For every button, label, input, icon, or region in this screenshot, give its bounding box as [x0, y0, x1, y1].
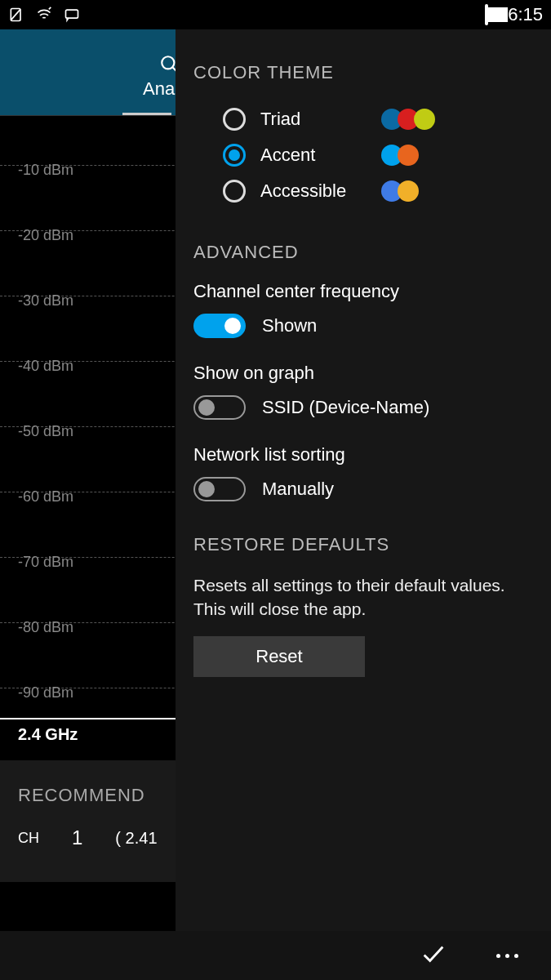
swatches	[381, 109, 435, 130]
freq-value: Shown	[262, 315, 317, 336]
theme-option-accent[interactable]: Accent	[193, 137, 533, 173]
swatches	[381, 180, 419, 202]
bottom-app-bar	[0, 931, 551, 980]
status-bar: 06:15	[0, 0, 551, 29]
grid-label: -80 dBm	[18, 619, 73, 636]
reset-button[interactable]: Reset	[193, 636, 365, 677]
show-graph-label: Show on graph	[193, 363, 533, 384]
freq-toggle[interactable]	[193, 314, 246, 338]
sim-icon	[8, 7, 24, 23]
grid-label: -60 dBm	[18, 488, 73, 506]
grid-label: -40 dBm	[18, 358, 73, 375]
svg-rect-2	[66, 10, 78, 18]
radio-icon	[223, 144, 246, 167]
svg-point-3	[162, 56, 174, 69]
recommend-freq: ( 2.41	[115, 829, 157, 848]
grid-label: -90 dBm	[18, 684, 73, 702]
grid-label: -20 dBm	[18, 227, 73, 244]
band-label: 2.4 GHz	[18, 725, 78, 744]
sort-toggle[interactable]	[193, 477, 246, 501]
recommend-ch-value: 1	[72, 826, 82, 849]
message-icon	[64, 7, 80, 23]
tab-analyze[interactable]: Ana	[143, 78, 175, 100]
theme-label: Accessible	[260, 180, 367, 202]
freq-label: Channel center frequency	[193, 281, 533, 302]
swatches	[381, 145, 419, 166]
radio-icon	[223, 180, 246, 203]
grid-label: -50 dBm	[18, 423, 73, 440]
grid-label: -70 dBm	[18, 554, 73, 571]
radio-icon	[223, 108, 246, 131]
theme-option-triad[interactable]: Triad	[193, 101, 533, 137]
battery-icon	[485, 6, 488, 24]
show-graph-value: SSID (Device-Name)	[262, 397, 429, 418]
sort-value: Manually	[262, 479, 334, 500]
wifi-icon	[36, 7, 52, 23]
theme-option-accessible[interactable]: Accessible	[193, 173, 533, 209]
restore-heading: RESTORE DEFAULTS	[193, 534, 533, 555]
advanced-heading: ADVANCED	[193, 242, 533, 263]
grid-label: -10 dBm	[18, 162, 73, 179]
theme-label: Triad	[260, 109, 367, 130]
color-theme-heading: COLOR THEME	[193, 62, 533, 83]
recommend-ch-label: CH	[18, 830, 39, 847]
settings-panel: COLOR THEME Triad Accent Accessible ADVA…	[176, 29, 551, 931]
show-graph-toggle[interactable]	[193, 395, 246, 420]
theme-label: Accent	[260, 145, 367, 166]
sort-label: Network list sorting	[193, 444, 533, 466]
restore-desc: Resets all settings to their default val…	[193, 573, 533, 621]
grid-label: -30 dBm	[18, 292, 73, 310]
svg-line-1	[11, 9, 20, 20]
confirm-button[interactable]	[420, 940, 447, 971]
more-button[interactable]	[496, 954, 518, 958]
